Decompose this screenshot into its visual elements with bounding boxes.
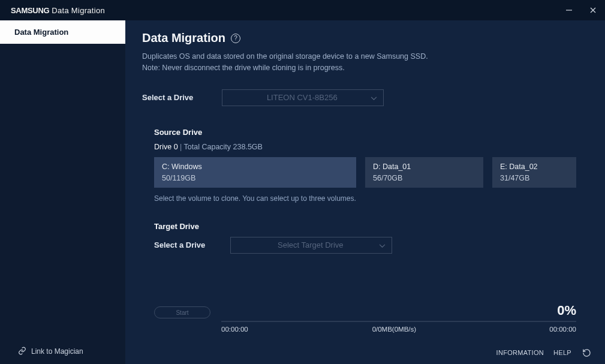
drive-label: Drive 0 xyxy=(154,143,178,151)
start-label: Start xyxy=(176,309,188,316)
information-link[interactable]: INFORMATION xyxy=(496,349,544,356)
progress-top-row: Start 0% xyxy=(154,303,576,318)
progress-percent-wrap: 0% xyxy=(221,303,576,318)
link-magician-label: Link to Magician xyxy=(31,347,83,356)
volume-item[interactable]: C: Windows50/119GB xyxy=(154,157,356,188)
window-controls xyxy=(557,0,605,20)
volume-name: C: Windows xyxy=(162,163,348,171)
refresh-button[interactable] xyxy=(581,347,592,358)
drive-capacity: Total Capacity 238.5GB xyxy=(184,143,263,151)
volume-hint: Select the volume to clone. You can sele… xyxy=(154,194,576,203)
target-drive-dropdown[interactable]: Select Target Drive xyxy=(230,237,392,254)
brand-light: Data Migration xyxy=(49,6,105,15)
description-line-1: Duplicates OS and data stored on the ori… xyxy=(142,51,588,62)
help-icon: ? xyxy=(234,35,237,41)
volume-item[interactable]: E: Data_0231/47GB xyxy=(492,157,576,188)
progress-time-row: 00:00:00 0/0MB(0MB/s) 00:00:00 xyxy=(154,326,576,333)
select-drive-label: Select a Drive xyxy=(142,93,193,102)
sidebar: Data Migration Link to Magician xyxy=(0,20,125,364)
sidebar-spacer xyxy=(0,44,125,339)
close-icon xyxy=(589,7,597,14)
source-drive-dropdown[interactable]: LITEON CV1-8B256 xyxy=(222,89,384,106)
progress-bar-row xyxy=(154,321,576,322)
minimize-icon xyxy=(565,7,573,14)
chevron-down-icon xyxy=(371,92,377,103)
target-drive-section: Target Drive Select a Drive Select Targe… xyxy=(142,222,588,254)
sidebar-item-label: Data Migration xyxy=(14,28,68,37)
volume-size: 31/47GB xyxy=(500,174,568,182)
progress-bar xyxy=(221,321,576,322)
source-drive-select-row: Select a Drive LITEON CV1-8B256 xyxy=(142,89,588,106)
drive-info: Drive 0 | Total Capacity 238.5GB xyxy=(154,143,576,151)
volume-item[interactable]: D: Data_0156/70GB xyxy=(365,157,483,188)
content: Data Migration ? Duplicates OS and data … xyxy=(125,20,605,364)
source-drive-section: Source Drive Drive 0 | Total Capacity 23… xyxy=(142,128,588,203)
remaining-time: 00:00:00 xyxy=(540,326,576,333)
main-area: Data Migration Link to Magician Data Mig… xyxy=(0,20,605,364)
throughput: 0/0MB(0MB/s) xyxy=(248,326,540,333)
start-button[interactable]: Start xyxy=(154,306,210,318)
sidebar-item-data-migration[interactable]: Data Migration xyxy=(0,20,125,44)
target-select-label: Select a Drive xyxy=(154,240,205,249)
elapsed-time: 00:00:00 xyxy=(221,326,248,333)
help-button[interactable]: ? xyxy=(231,34,240,43)
minimize-button[interactable] xyxy=(557,0,581,20)
content-flex-spacer xyxy=(142,254,588,303)
brand-bold: SAMSUNG xyxy=(11,6,49,15)
progress-area: Start 0% 00:00:00 0/0MB(0MB/s) xyxy=(142,303,588,341)
target-drive-placeholder: Select Target Drive xyxy=(242,240,379,249)
source-drive-value: LITEON CV1-8B256 xyxy=(233,93,371,102)
link-icon xyxy=(18,347,26,357)
chevron-down-icon xyxy=(379,240,386,251)
footer: INFORMATION HELP xyxy=(125,341,605,364)
content-body: Data Migration ? Duplicates OS and data … xyxy=(125,20,605,341)
page-title: Data Migration xyxy=(142,31,225,45)
volume-size: 50/119GB xyxy=(162,174,348,182)
refresh-icon xyxy=(582,348,591,357)
source-drive-title: Source Drive xyxy=(154,128,576,137)
volume-name: E: Data_02 xyxy=(500,163,568,171)
volume-size: 56/70GB xyxy=(373,174,475,182)
page-title-row: Data Migration ? xyxy=(142,31,588,45)
titlebar: SAMSUNG Data Migration xyxy=(0,0,605,20)
target-drive-title: Target Drive xyxy=(154,222,588,231)
volume-list: C: Windows50/119GBD: Data_0156/70GBE: Da… xyxy=(154,157,576,188)
help-link[interactable]: HELP xyxy=(553,349,571,356)
link-to-magician[interactable]: Link to Magician xyxy=(0,339,125,364)
target-drive-row: Select a Drive Select Target Drive xyxy=(154,237,588,254)
volume-name: D: Data_01 xyxy=(373,163,475,171)
description-line-2: Note: Never disconnect the drive while c… xyxy=(142,62,588,74)
close-button[interactable] xyxy=(581,0,605,20)
progress-percent: 0% xyxy=(221,303,576,318)
app-logo: SAMSUNG Data Migration xyxy=(11,6,105,15)
page-description: Duplicates OS and data stored on the ori… xyxy=(142,51,588,74)
